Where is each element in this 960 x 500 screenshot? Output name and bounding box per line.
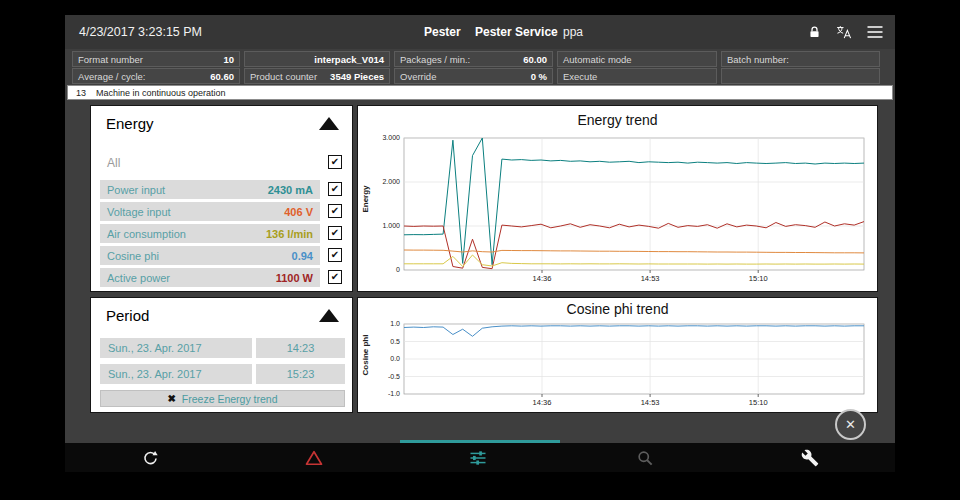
- status-field-override[interactable]: Override 0 %: [394, 68, 553, 84]
- svg-text:0.0: 0.0: [390, 355, 400, 362]
- refresh-icon: [141, 449, 160, 468]
- status-value: 10: [223, 54, 234, 65]
- svg-text:15:10: 15:10: [749, 398, 768, 407]
- profile-name: ppa: [563, 15, 583, 49]
- machine-message-bar[interactable]: 13 Machine in continuous operation: [67, 85, 893, 100]
- period-start-date[interactable]: Sun., 23. Apr. 2017: [100, 338, 252, 358]
- energy-panel: Energy All ✔ Power input 2430 mA ✔ Volta…: [90, 105, 353, 292]
- close-icon: ✕: [845, 417, 856, 432]
- freeze-button-label: Freeze Energy trend: [182, 393, 278, 405]
- energy-all-label: All: [107, 156, 120, 170]
- message-code: 13: [76, 88, 86, 98]
- energy-item-value: 0.94: [292, 250, 313, 262]
- status-value: 0 %: [531, 71, 547, 82]
- status-value: 60.00: [523, 54, 547, 65]
- freeze-x-icon: ✖: [167, 393, 175, 404]
- status-field-automatic-mode[interactable]: Automatic mode: [557, 51, 717, 67]
- nav-refresh-button[interactable]: [133, 446, 167, 470]
- brand-name: Pester: [424, 15, 461, 49]
- status-field-batch-number[interactable]: Batch number:: [721, 51, 880, 67]
- energy-item-label: Active power: [107, 272, 170, 284]
- user-name: Pester Service: [475, 15, 558, 49]
- status-field-execute[interactable]: Execute: [557, 68, 717, 84]
- top-bar: 4/23/2017 3:23:15 PM Pester Pester Servi…: [65, 15, 895, 49]
- energy-item-label: Power input: [107, 184, 165, 196]
- active-tab-indicator: [400, 440, 560, 443]
- energy-item-checkbox[interactable]: ✔: [328, 270, 342, 284]
- energy-item-checkbox[interactable]: ✔: [328, 182, 342, 196]
- svg-text:1.000: 1.000: [382, 222, 400, 229]
- svg-text:14:53: 14:53: [641, 398, 660, 407]
- collapse-triangle-icon[interactable]: [319, 117, 339, 130]
- bottom-nav-bar: [65, 443, 895, 472]
- check-icon: ✔: [331, 157, 339, 167]
- svg-text:14:36: 14:36: [533, 274, 552, 283]
- freeze-energy-trend-button[interactable]: ✖ Freeze Energy trend: [100, 390, 345, 407]
- status-label: Override: [400, 71, 436, 82]
- energy-item-row: Voltage input 406 V: [100, 202, 320, 221]
- svg-text:-0.5: -0.5: [388, 373, 400, 380]
- energy-item-checkbox[interactable]: ✔: [328, 226, 342, 240]
- energy-item-row: Active power 1100 W: [100, 268, 320, 287]
- energy-trend-panel: Energy trend Energy 14:3614:5315:1001.00…: [357, 105, 878, 292]
- sliders-icon: [468, 448, 488, 468]
- energy-all-checkbox[interactable]: ✔: [328, 155, 342, 169]
- svg-text:-1.0: -1.0: [388, 390, 400, 397]
- wrench-icon: [801, 449, 819, 467]
- hmi-screen: 4/23/2017 3:23:15 PM Pester Pester Servi…: [65, 15, 895, 472]
- energy-item-row: Air consumption 136 l/min: [100, 224, 320, 243]
- topbar-icons: [807, 15, 885, 49]
- status-value: 60.60: [210, 71, 234, 82]
- status-label: Format number: [78, 54, 143, 65]
- svg-text:3.000: 3.000: [382, 134, 400, 141]
- energy-item-checkbox[interactable]: ✔: [328, 248, 342, 262]
- magnifier-icon: [635, 448, 655, 468]
- check-icon: ✔: [331, 206, 339, 216]
- warning-icon: [304, 448, 324, 468]
- close-button[interactable]: ✕: [835, 409, 866, 440]
- energy-item-value: 1100 W: [276, 272, 313, 284]
- menu-icon[interactable]: [865, 22, 885, 42]
- check-icon: ✔: [331, 272, 339, 282]
- nav-service-button[interactable]: [793, 446, 827, 470]
- collapse-triangle-icon[interactable]: [319, 309, 339, 322]
- cosine-phi-trend-panel: Cosine phi trend Cosine phi 14:3614:5315…: [357, 297, 878, 413]
- status-field-format-number[interactable]: Format number 10: [72, 51, 240, 67]
- energy-item-value: 2430 mA: [268, 184, 313, 196]
- message-text: Machine in continuous operation: [96, 88, 226, 98]
- svg-text:14:53: 14:53: [641, 274, 660, 283]
- period-start-time[interactable]: 14:23: [256, 338, 345, 358]
- panel-title: Energy: [106, 115, 154, 132]
- status-field-machine-program[interactable]: interpack_V014: [244, 51, 390, 67]
- status-label: Average / cycle:: [78, 71, 145, 82]
- lock-icon[interactable]: [807, 25, 822, 40]
- svg-text:2.000: 2.000: [382, 178, 400, 185]
- period-end-time[interactable]: 15:23: [256, 364, 345, 384]
- status-field-average-cycle[interactable]: Average / cycle: 60.60: [72, 68, 240, 84]
- nav-diagnostics-button[interactable]: [628, 446, 662, 470]
- period-panel: Period Sun., 23. Apr. 2017 14:23 Sun., 2…: [90, 297, 353, 413]
- energy-trend-chart: 14:3614:5315:1001.0002.0003.000: [370, 132, 870, 286]
- status-field-product-counter[interactable]: Product counter 3549 Pieces: [244, 68, 390, 84]
- y-axis-label: Energy: [361, 185, 370, 212]
- svg-text:14:36: 14:36: [533, 398, 552, 407]
- status-field-packages-per-min[interactable]: Packages / min.: 60.00: [394, 51, 553, 67]
- status-label: Automatic mode: [563, 54, 632, 65]
- language-icon[interactable]: [835, 24, 852, 41]
- energy-item-row: Power input 2430 mA: [100, 180, 320, 199]
- check-icon: ✔: [331, 250, 339, 260]
- cosine-phi-trend-chart: 14:3614:5315:101.00.50.0-0.5-1.0: [370, 320, 870, 408]
- energy-item-label: Voltage input: [107, 206, 171, 218]
- nav-alarms-button[interactable]: [297, 446, 331, 470]
- datetime: 4/23/2017 3:23:15 PM: [79, 15, 202, 49]
- y-axis-label: Cosine phi: [361, 335, 370, 376]
- nav-settings-button[interactable]: [461, 446, 495, 470]
- chart-title: Cosine phi trend: [358, 301, 877, 317]
- period-end-date[interactable]: Sun., 23. Apr. 2017: [100, 364, 252, 384]
- status-field-spare: [721, 68, 880, 84]
- energy-item-label: Air consumption: [107, 228, 186, 240]
- energy-item-checkbox[interactable]: ✔: [328, 204, 342, 218]
- status-label: Batch number:: [727, 54, 789, 65]
- energy-item-value: 136 l/min: [266, 228, 313, 240]
- status-label: Packages / min.:: [400, 54, 470, 65]
